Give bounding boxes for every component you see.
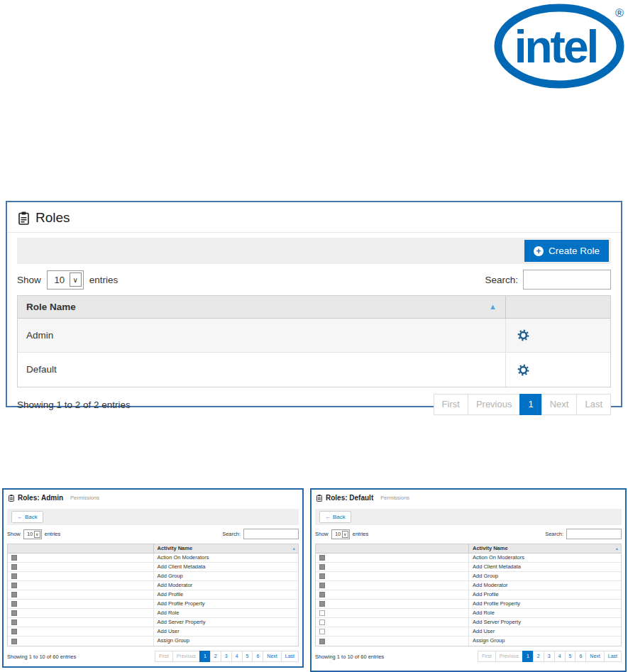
page-size-select[interactable]: 10 ∨ [47, 270, 84, 290]
page-previous-button[interactable]: Previous [495, 651, 523, 662]
activity-name-column-header[interactable]: Activity Name ▲ [468, 544, 621, 553]
page-number-button[interactable]: 6 [575, 651, 586, 662]
page-first-button[interactable]: First [434, 394, 468, 415]
page-first-button[interactable]: First [478, 651, 496, 662]
page-number-button[interactable]: 5 [242, 651, 253, 662]
activity-checkbox[interactable] [319, 601, 325, 607]
checkbox-cell [316, 618, 468, 627]
activity-checkbox[interactable] [319, 573, 325, 579]
page-number-button[interactable]: 6 [252, 651, 263, 662]
activity-row: Add Profile Property [8, 600, 298, 609]
checkbox-cell [8, 600, 153, 608]
search-input[interactable] [243, 529, 299, 539]
activity-checkbox[interactable] [319, 610, 325, 616]
page-first-button[interactable]: First [155, 651, 173, 662]
page-number-button[interactable]: 1 [199, 651, 211, 662]
default-toolbar: ← Back [315, 509, 622, 525]
search-label: Search: [222, 531, 241, 537]
page-previous-button[interactable]: Previous [172, 651, 200, 662]
search-input[interactable] [523, 270, 611, 290]
page-last-button[interactable]: Last [576, 394, 611, 415]
activity-name-cell: Action On Moderators [468, 553, 621, 562]
activity-row: Action On Moderators [8, 553, 298, 563]
activity-checkbox[interactable] [11, 573, 17, 579]
page-number-button[interactable]: 4 [231, 651, 243, 662]
back-label: Back [333, 514, 346, 520]
sort-asc-icon: ▲ [615, 544, 619, 553]
page-number-button[interactable]: 1 [522, 651, 534, 662]
activity-name-cell: Add Profile [153, 590, 299, 599]
search-input[interactable] [566, 529, 622, 539]
checkbox-column-header [316, 544, 468, 553]
page-next-button[interactable]: Next [585, 651, 604, 662]
activity-checkbox[interactable] [11, 639, 17, 644]
gear-icon[interactable] [517, 329, 529, 341]
page-last-button[interactable]: Last [604, 651, 622, 662]
activity-checkbox[interactable] [11, 555, 17, 561]
page-size-value: 10 [335, 531, 341, 536]
page-previous-button[interactable]: Previous [468, 394, 521, 415]
activity-checkbox[interactable] [11, 601, 17, 607]
activity-checkbox[interactable] [319, 555, 325, 561]
page-next-button[interactable]: Next [541, 394, 578, 415]
activity-checkbox[interactable] [319, 592, 325, 597]
intel-logo-graphic: intel ® [493, 1, 628, 91]
table-row: Admin [18, 319, 610, 353]
activity-checkbox[interactable] [11, 592, 17, 597]
activity-checkbox[interactable] [319, 583, 325, 588]
checkbox-cell [316, 600, 468, 608]
clipboard-icon [18, 211, 29, 225]
gear-icon[interactable] [517, 364, 529, 376]
default-panel-header: Roles: Default Permissions [312, 490, 625, 505]
default-controls-row: Show 10 ∨ entries Search: [315, 529, 622, 541]
activity-checkbox[interactable] [11, 564, 17, 570]
activity-name-cell: Add Role [153, 609, 299, 617]
activity-row: Add Group [316, 572, 621, 581]
activity-row: Add Group [8, 572, 298, 581]
back-button[interactable]: ← Back [11, 511, 43, 523]
activity-checkbox[interactable] [11, 619, 17, 625]
back-label: Back [25, 514, 38, 520]
activity-name-cell: Assign Group [153, 637, 299, 646]
page-size-select[interactable]: 10 ∨ [331, 529, 350, 539]
activity-name-cell: Add Moderator [468, 581, 621, 590]
activity-name-cell: Add User [468, 627, 621, 636]
page-number-button[interactable]: 2 [533, 651, 544, 662]
entries-label: entries [89, 275, 119, 285]
page-last-button[interactable]: Last [281, 651, 299, 662]
search-area: Search: [485, 270, 611, 290]
back-button[interactable]: ← Back [319, 511, 351, 523]
intel-logo: intel ® [493, 1, 628, 91]
role-name-column-header[interactable]: Role Name ▲ [18, 296, 505, 318]
show-label: Show [7, 531, 21, 537]
activity-checkbox[interactable] [319, 619, 325, 625]
activity-checkbox[interactable] [319, 629, 325, 634]
activity-checkbox[interactable] [11, 629, 17, 634]
page-number-button[interactable]: 2 [210, 651, 221, 662]
activity-checkbox[interactable] [11, 583, 17, 588]
activity-name-cell: Add Profile Property [468, 600, 621, 608]
page-number-button[interactable]: 5 [565, 651, 576, 662]
checkbox-cell [8, 618, 153, 627]
entries-label: entries [45, 531, 61, 537]
activity-checkbox[interactable] [11, 610, 17, 616]
page-number-button[interactable]: 3 [221, 651, 232, 662]
page-number-button[interactable]: 1 [519, 394, 541, 415]
page-number-button[interactable]: 3 [544, 651, 555, 662]
activity-checkbox[interactable] [319, 564, 325, 570]
checkbox-cell [316, 609, 468, 617]
activity-name-cell: Add User [153, 627, 299, 636]
page-size-select[interactable]: 10 ∨ [23, 529, 42, 539]
activity-row: Add Client Metadata [8, 563, 298, 572]
page-number-button[interactable]: 4 [554, 651, 566, 662]
entries-label: entries [353, 531, 369, 537]
checkbox-cell [8, 563, 153, 571]
activity-row: Add Profile Property [316, 600, 621, 609]
activity-name-cell: Add Group [468, 572, 621, 580]
page-next-button[interactable]: Next [263, 651, 281, 662]
panel-subtitle: Permissions [380, 495, 409, 501]
activity-checkbox[interactable] [319, 639, 325, 644]
activity-name-column-header[interactable]: Activity Name ▲ [153, 544, 299, 553]
default-activities-table: Activity Name ▲ Action On Moderators Add… [315, 544, 622, 646]
create-role-button[interactable]: + Create Role [524, 240, 609, 262]
